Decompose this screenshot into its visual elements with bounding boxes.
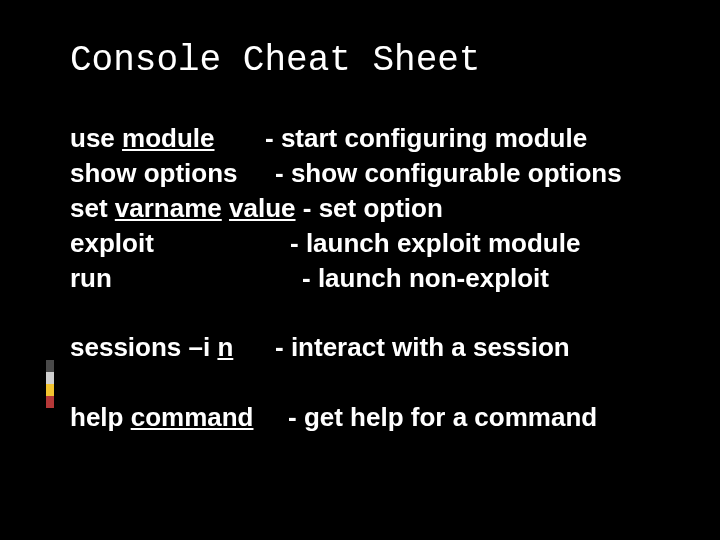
cmd-row: use module- start configuring module [70,121,670,156]
cmd-row: exploit- launch exploit module [70,226,670,261]
spacer [70,296,670,330]
command-list: use module- start configuring module sho… [70,121,670,435]
accent-seg-3 [46,384,54,396]
cmd-row: sessions –i n- interact with a session [70,330,670,365]
slide: Console Cheat Sheet use module- start co… [0,0,720,540]
slide-title: Console Cheat Sheet [70,40,670,81]
accent-seg-2 [46,372,54,384]
cmd-row: show options- show configurable options [70,156,670,191]
accent-seg-4 [46,396,54,408]
cmd-row: set varname value - set option [70,191,670,226]
cmd-row: run- launch non-exploit [70,261,670,296]
spacer [70,366,670,400]
accent-bar [46,360,54,408]
accent-seg-1 [46,360,54,372]
cmd-row: help command- get help for a command [70,400,670,435]
